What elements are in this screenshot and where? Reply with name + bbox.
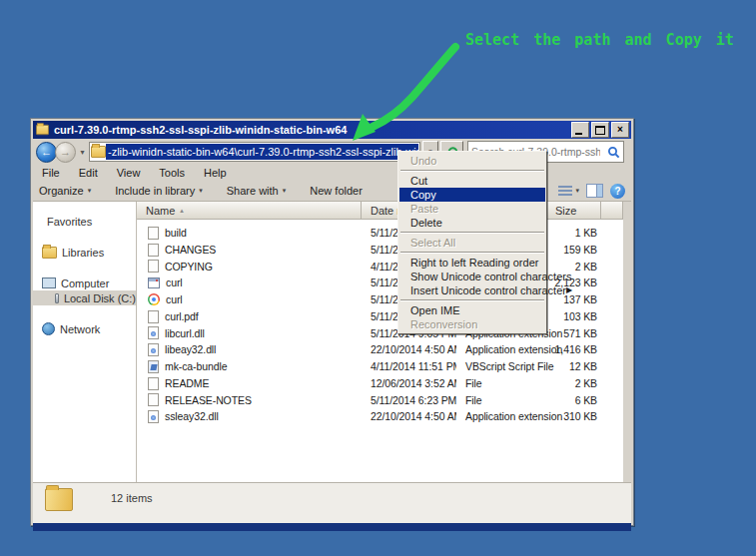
title-bar[interactable]: curl-7.39.0-rtmp-ssh2-ssl-sspi-zlib-wini…: [33, 121, 631, 139]
folder-icon: [45, 488, 73, 511]
context-menu-item-paste[interactable]: Paste: [399, 202, 545, 216]
address-folder-icon: [91, 146, 106, 158]
file-row[interactable]: libeay32.dll 22/10/2014 4:50 AM Applicat…: [137, 341, 623, 358]
context-menu-item-cut[interactable]: Cut: [399, 174, 545, 188]
recent-pages-chevron-icon[interactable]: ▾: [78, 148, 87, 157]
window-folder-icon: [36, 125, 49, 135]
context-menu-item-select-all[interactable]: Select All: [399, 236, 545, 250]
menu-view[interactable]: View: [117, 167, 141, 179]
file-row[interactable]: RELEASE-NOTES 5/11/2014 6:23 PM File 6 K…: [137, 392, 623, 409]
sidebar-item-local-disk-c-[interactable]: Local Disk (C:): [33, 290, 136, 305]
file-size: 1 KB: [546, 225, 601, 242]
file-size: 159 KB: [546, 242, 601, 259]
file-type: Application extension: [456, 408, 546, 425]
back-icon: ←: [41, 146, 52, 158]
dll-file-icon: [148, 410, 159, 423]
toolbar-include-in-library[interactable]: Include in library ▾: [115, 185, 203, 197]
chevron-down-icon: ▾: [199, 187, 203, 195]
column-header-blank[interactable]: [601, 202, 623, 219]
file-date: 12/06/2014 3:52 AM: [362, 375, 456, 392]
file-name: RELEASE-NOTES: [165, 392, 252, 409]
sidebar-item-computer[interactable]: Computer: [33, 276, 136, 290]
text-file-icon: [148, 244, 159, 257]
forward-button[interactable]: →: [55, 142, 76, 163]
minimize-button[interactable]: [571, 122, 589, 138]
computer-icon: [42, 278, 56, 288]
text-file-icon: [148, 260, 159, 273]
file-type: File: [456, 375, 546, 392]
maximize-button[interactable]: [591, 122, 609, 138]
text-file-icon: [148, 393, 159, 406]
file-type: Application extension: [456, 341, 546, 358]
file-row[interactable]: curl.pdf 5/11/201 103 KB: [137, 308, 623, 325]
menu-tools[interactable]: Tools: [159, 167, 185, 179]
address-path-selected[interactable]: -zlib-winidn-static-bin-w64\curl-7.39.0-…: [106, 144, 418, 160]
file-name: COPYING: [165, 259, 213, 276]
minimize-icon: [575, 133, 582, 135]
search-icon[interactable]: [603, 143, 623, 161]
file-row[interactable]: libcurl.dll 5/11/2014 9:05 PM Applicatio…: [137, 325, 623, 342]
items-count: 12 items: [111, 492, 153, 504]
menu-edit[interactable]: Edit: [79, 167, 98, 179]
file-row[interactable]: CHANGES 5/11/201 159 KB: [137, 242, 623, 259]
chrome-html-icon: [148, 293, 160, 305]
toolbar-organize[interactable]: Organize ▾: [39, 185, 91, 197]
context-menu-item-insert-unicode-control-character[interactable]: Insert Unicode control character ▶: [399, 283, 545, 297]
context-menu-item-reconversion[interactable]: Reconversion: [399, 317, 545, 331]
context-menu-item-delete[interactable]: Delete: [399, 216, 545, 230]
file-row[interactable]: mk-ca-bundle 4/11/2014 11:51 PM VBScript…: [137, 358, 623, 375]
file-list-pane: Name ▴ Date modified Type Size build 5/1…: [137, 202, 623, 482]
file-name: libeay32.dll: [165, 341, 216, 358]
annotation-text: Select the path and Copy it: [465, 31, 734, 49]
file-date: 4/11/2014 11:51 PM: [362, 358, 456, 375]
file-row[interactable]: ssleay32.dll 22/10/2014 4:50 AM Applicat…: [137, 408, 623, 425]
file-list: build 5/11/201 1 KB CHANGES 5/11/201 159…: [137, 220, 623, 425]
local-disk-icon: [55, 293, 59, 303]
details-pane: 12 items: [33, 482, 631, 523]
column-header-size[interactable]: Size: [546, 202, 601, 219]
close-button[interactable]: ×: [611, 122, 629, 138]
file-name: mk-ca-bundle: [165, 358, 227, 375]
file-date: 22/10/2014 4:50 AM: [362, 408, 456, 425]
application-icon: [148, 278, 160, 288]
views-icon: [558, 186, 572, 197]
file-name: ssleay32.dll: [165, 408, 219, 425]
context-menu-item-copy[interactable]: Copy: [399, 188, 545, 202]
context-menu-item-open-ime[interactable]: Open IME: [399, 303, 545, 317]
context-menu-item-show-unicode-control-characters[interactable]: Show Unicode control characters: [399, 270, 545, 283]
context-menu-separator: [400, 299, 544, 301]
forward-icon: →: [60, 146, 71, 158]
file-type: VBScript Script File: [456, 358, 546, 375]
window-bottom-border: [33, 523, 631, 531]
views-button[interactable]: ▾: [558, 186, 579, 197]
file-size: 1,416 KB: [546, 341, 601, 358]
file-name: build: [165, 225, 187, 242]
file-size: 571 KB: [546, 325, 601, 342]
file-row[interactable]: README 12/06/2014 3:52 AM File 2 KB: [137, 375, 623, 392]
toolbar-share-with[interactable]: Share with ▾: [227, 185, 287, 197]
sidebar-item-favorites[interactable]: Favorites: [33, 214, 136, 229]
file-size: 2 KB: [546, 375, 601, 392]
back-button[interactable]: ←: [36, 142, 57, 163]
toolbar-new-folder[interactable]: New folder: [310, 185, 363, 197]
text-file-icon: [148, 227, 159, 240]
context-menu-separator: [400, 252, 544, 254]
file-name: curl: [166, 291, 183, 308]
file-row[interactable]: build 5/11/201 1 KB: [137, 225, 623, 242]
menu-help[interactable]: Help: [204, 167, 227, 179]
sidebar-item-libraries[interactable]: Libraries: [33, 245, 136, 260]
maximize-icon: [595, 126, 605, 135]
context-menu-item-right-to-left-reading-order[interactable]: Right to left Reading order: [399, 256, 545, 270]
submenu-arrow-icon: ▶: [566, 283, 572, 297]
dll-file-icon: [148, 343, 159, 356]
context-menu-item-undo[interactable]: Undo: [399, 154, 545, 168]
sidebar-item-network[interactable]: Network: [33, 321, 136, 336]
menu-file[interactable]: File: [42, 167, 60, 179]
window-title: curl-7.39.0-rtmp-ssh2-ssl-sspi-zlib-wini…: [54, 124, 571, 136]
help-button[interactable]: ?: [610, 184, 625, 199]
preview-pane-button[interactable]: [586, 184, 603, 198]
column-header-name[interactable]: Name ▴: [137, 202, 362, 219]
address-bar[interactable]: -zlib-winidn-static-bin-w64\curl-7.39.0-…: [89, 142, 420, 162]
pane-filler: [623, 202, 631, 482]
file-name: CHANGES: [165, 242, 216, 259]
